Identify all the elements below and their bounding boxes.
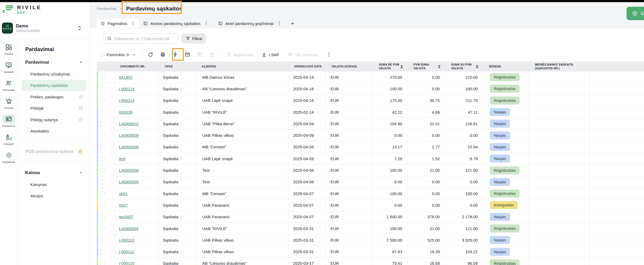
sidebar-section-kainos[interactable]: Kainos: [18, 166, 90, 179]
quick-actions-button[interactable]: [169, 49, 181, 60]
column-header-tipas[interactable]: TIPAS: [159, 62, 196, 71]
column-header-busena[interactable]: BŪSENA: [483, 62, 529, 71]
row-checkbox[interactable]: [100, 180, 105, 184]
document-link[interactable]: LAI000006: [119, 168, 139, 173]
row-checkbox[interactable]: [100, 110, 105, 114]
search-input[interactable]: [114, 36, 175, 41]
tab-atviros-pardavimu-saskaitos[interactable]: Atviros pardavimų sąskaitos: [139, 19, 213, 28]
column-header-dok_nr[interactable]: DOKUMENTO NR.: [114, 62, 159, 71]
row-checkbox[interactable]: [100, 215, 105, 219]
sidebar-item-pirkejai[interactable]: Pirkėjai: [21, 103, 86, 114]
table-row: LAI000004SąskaitaUAB "RIVILĖ"2025-03-31E…: [97, 223, 644, 234]
document-link[interactable]: test: [119, 156, 125, 161]
currency-cell: EUR: [326, 118, 373, 129]
company-selector[interactable]: RIVILE ERP demo Demo Demo20240906: [2, 23, 88, 34]
create-button[interactable]: Sukurti: [627, 7, 644, 20]
document-link[interactable]: j-000112: [119, 238, 134, 242]
breadcrumb-parent[interactable]: Pardavimai: [97, 6, 116, 11]
column-header-operacijos_data[interactable]: OPERACIJOS DATA: [288, 62, 326, 71]
company-switch-icon[interactable]: [78, 26, 81, 31]
row-checkbox[interactable]: [100, 261, 105, 265]
row-checkbox[interactable]: [100, 75, 105, 79]
sidebar-item-akcijos[interactable]: Akcijos: [21, 190, 86, 202]
refresh-button[interactable]: [144, 49, 157, 60]
tab-separator: [213, 21, 214, 26]
row-checkbox[interactable]: [100, 191, 105, 196]
tab-atviri-pardavimu-grazinimai[interactable]: Atviri pardavimų grąžinimai: [214, 19, 286, 28]
document-link[interactable]: LAI000009: [119, 133, 139, 138]
sum-icon[interactable]: Σ: [401, 64, 403, 69]
document-link[interactable]: 0507: [119, 203, 128, 207]
rail-item-pirkimai[interactable]: Pirkimai: [3, 96, 15, 109]
amount-net-cell: 270.00: [373, 71, 408, 83]
filter-button[interactable]: Filtrai: [181, 33, 206, 44]
document-link[interactable]: j-000114: [119, 87, 134, 91]
column-label: SUMA SU PVM VALIUTA: [451, 63, 476, 70]
isaf-button[interactable]: i.SAF: [261, 52, 279, 57]
row-checkbox[interactable]: [100, 250, 105, 254]
tab-label: Atviros pardavimų sąskaitos: [150, 21, 200, 26]
add-tab-button[interactable]: [286, 19, 299, 28]
document-link[interactable]: tes0407: [119, 214, 133, 219]
sidebar-item-pos-pardavimo-taskas: POS pardavimo taškas: [18, 146, 90, 157]
document-link[interactable]: LAI000010: [119, 121, 139, 126]
column-label: SUMA BE PVM VALIUTA: [379, 63, 401, 70]
row-select-cell: [97, 188, 114, 199]
column-header-klientas[interactable]: KLIENTAS: [196, 62, 288, 71]
row-checkbox[interactable]: [100, 145, 105, 149]
rail-item-personalas[interactable]: Personalas: [2, 78, 15, 91]
rail-item-apskaita[interactable]: Apskaita: [3, 60, 15, 73]
document-link[interactable]: j-000111: [119, 249, 134, 254]
document-link[interactable]: LAI000008: [119, 145, 139, 149]
row-checkbox[interactable]: [100, 168, 105, 173]
document-link[interactable]: LAI000004: [119, 226, 139, 231]
row-checkbox[interactable]: [100, 133, 105, 138]
rail-item-atsargos[interactable]: Atsargos: [3, 132, 15, 145]
chevron-down-icon[interactable]: [132, 53, 136, 57]
sum-icon[interactable]: Σ: [438, 64, 441, 69]
print-button[interactable]: [157, 49, 169, 60]
document-link[interactable]: j-000113: [119, 98, 134, 103]
sidebar-item-prekes-paslaugos[interactable]: Prekės, paslaugos: [21, 91, 86, 103]
sum-icon[interactable]: Σ: [476, 64, 478, 69]
sidebar-item-pirkeju-sutartys[interactable]: Pirkėjų sutartys: [21, 114, 86, 126]
column-header-pvm_suma[interactable]: PVM SUMA VALIUTAΣ: [408, 62, 445, 71]
document-link[interactable]: LAI000005: [119, 180, 139, 184]
client-cell: AB "Lietuvos draudimas": [196, 83, 288, 94]
sidebar-item-pardavimu-saskaitos[interactable]: Pardavimų sąskaitos: [21, 80, 86, 91]
rail-item-pardavimai[interactable]: Pardavimai: [2, 114, 15, 127]
tab-menu-icon[interactable]: [203, 21, 209, 26]
tab-pagrindinis[interactable]: Pagrindinis: [97, 19, 139, 28]
amount-gross-cell: 0.00: [445, 176, 483, 188]
row-checkbox[interactable]: [100, 203, 105, 207]
row-checkbox[interactable]: [100, 238, 105, 242]
status-strip: [97, 118, 98, 129]
document-link[interactable]: 000339: [119, 110, 132, 114]
sidebar-item-ataskaitos[interactable]: Ataskaitos: [21, 126, 86, 137]
tab-menu-icon[interactable]: [276, 21, 282, 26]
operation-date-cell: 2025-03-31: [288, 223, 326, 234]
row-checkbox[interactable]: [100, 156, 105, 161]
sidebar-item-pardavimu-uzsakymai[interactable]: Pardavimų užsakymai: [21, 68, 86, 80]
row-checkbox[interactable]: [100, 121, 105, 126]
tab-menu-icon[interactable]: [130, 21, 136, 26]
column-header-suma_su_pvm[interactable]: SUMA SU PVM VALIUTAΣ: [445, 62, 483, 71]
amount-gross-cell: 2 178.00: [445, 211, 483, 223]
column-header-bankas[interactable]: ĮMONĖS BANKO SĄSKAITA (SĄSKAITOS NR.): [529, 62, 589, 71]
email-button[interactable]: [181, 49, 194, 60]
document-link[interactable]: sh01: [119, 191, 128, 196]
isaf-label: i.SAF: [269, 52, 279, 57]
row-checkbox[interactable]: [100, 87, 105, 91]
row-checkbox[interactable]: [100, 226, 105, 231]
rail-item-pradzia[interactable]: Pradžia: [3, 42, 15, 55]
rail-item-nustatymai[interactable]: Nustatymai: [2, 151, 15, 163]
column-header-suma_be_pvm[interactable]: SUMA BE PVM VALIUTAΣ: [373, 62, 408, 71]
column-header-valiuta[interactable]: VALIUTA (KODAS): [326, 62, 373, 71]
row-checkbox[interactable]: [100, 98, 105, 103]
document-link[interactable]: 041852: [119, 75, 132, 80]
more-button[interactable]: [326, 52, 332, 57]
select-all-checkbox[interactable]: [100, 52, 104, 57]
document-link[interactable]: j-000110: [119, 261, 134, 265]
sidebar-item-kainynas[interactable]: Kainynas: [21, 179, 86, 190]
sidebar-section-pardavimai[interactable]: Pardavimai: [18, 56, 90, 68]
